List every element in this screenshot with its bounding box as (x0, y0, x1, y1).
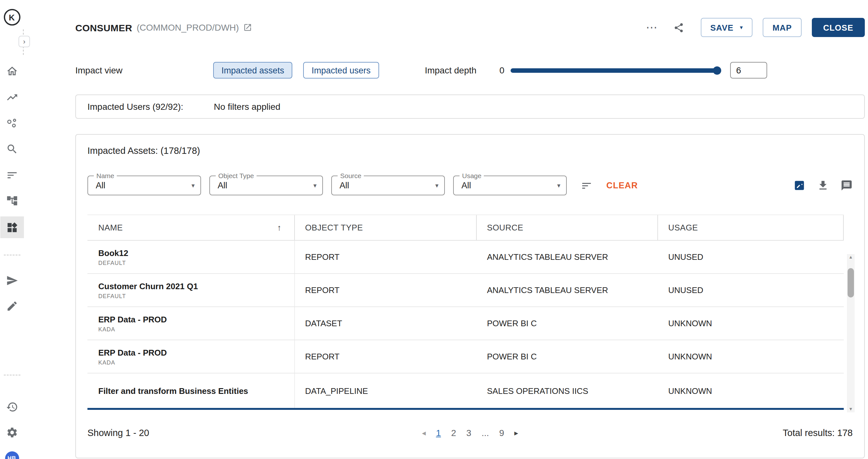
table-row[interactable]: Filter and transform Business Entities D… (87, 373, 844, 408)
table-row[interactable]: Customer Churn 2021 Q1 DEFAULT REPORT AN… (87, 274, 844, 307)
page-header: CONSUMER (COMMON_PROD/DWH) ⋯ SAVE ▾ MAP … (75, 18, 865, 37)
column-header-usage[interactable]: USAGE (658, 215, 844, 240)
share-button[interactable] (673, 22, 684, 33)
sidebar-item-widgets-active[interactable] (0, 216, 24, 238)
sidebar-item-trending[interactable] (0, 86, 24, 108)
account-tree-icon (6, 194, 18, 207)
feedback-button[interactable] (841, 179, 853, 191)
asset-name-cell[interactable]: ERP Data - PROD KADA (87, 307, 295, 340)
impacted-users-toggle[interactable]: Impacted users (304, 62, 379, 79)
pen-icon (6, 300, 18, 312)
asset-name-cell[interactable]: Customer Churn 2021 Q1 DEFAULT (87, 274, 295, 306)
chevron-down-icon: ▾ (740, 24, 743, 31)
sidebar-item-lineage[interactable] (0, 112, 24, 134)
edit-note-button[interactable] (793, 179, 805, 191)
column-header-object-type-label: OBJECT TYPE (305, 223, 363, 233)
page-button-2[interactable]: 2 (446, 428, 461, 438)
column-header-source[interactable]: SOURCE (477, 215, 658, 240)
impacted-assets-title: Impacted Assets: (178/178) (87, 146, 864, 156)
asset-usage: UNUSED (658, 252, 844, 262)
usage-filter-label: Usage (460, 172, 484, 180)
asset-name-cell[interactable]: ERP Data - PROD KADA (87, 340, 295, 373)
sidebar-item-search[interactable] (0, 138, 24, 160)
impacted-users-toggle-label: Impacted users (312, 65, 371, 75)
close-button[interactable]: CLOSE (811, 18, 865, 37)
name-filter-value: All (96, 181, 105, 190)
close-button-label: CLOSE (823, 23, 853, 32)
asset-usage: UNUSED (658, 285, 844, 295)
save-button[interactable]: SAVE ▾ (701, 18, 753, 37)
asset-source: POWER BI C (477, 352, 658, 361)
slider-thumb[interactable] (713, 66, 721, 74)
name-filter-select[interactable]: Name All ▾ (87, 176, 201, 195)
asset-subtitle: KADA (98, 359, 294, 365)
sidebar-item-send[interactable] (0, 269, 24, 291)
usage-filter-select[interactable]: Usage All ▾ (453, 176, 567, 195)
download-icon (817, 179, 829, 191)
source-filter-value: All (340, 181, 349, 190)
table-scrollbar[interactable]: ▲ ▼ (847, 254, 855, 412)
scroll-down-icon[interactable]: ▼ (848, 406, 853, 412)
impact-depth-slider[interactable] (511, 68, 720, 72)
app-logo[interactable]: K (3, 9, 20, 26)
impact-view-label: Impact view (75, 65, 213, 75)
sidebar-item-settings[interactable] (0, 421, 24, 443)
trending-up-icon (6, 91, 18, 103)
sidebar-item-home[interactable] (0, 60, 24, 82)
gear-icon (6, 426, 18, 438)
prev-page-button[interactable]: ◄ (417, 429, 431, 436)
impact-depth-input[interactable] (731, 62, 768, 79)
save-button-label: SAVE (710, 23, 734, 32)
asset-name: Customer Churn 2021 Q1 (98, 281, 294, 291)
impacted-assets-toggle[interactable]: Impacted assets (213, 62, 292, 79)
object-type-filter-select[interactable]: Object Type All ▾ (209, 176, 323, 195)
sidebar-divider (3, 375, 20, 375)
source-filter-select[interactable]: Source All ▾ (331, 176, 445, 195)
asset-object-type: DATASET (295, 318, 477, 328)
asset-usage: UNKNOWN (658, 352, 844, 361)
asset-source: POWER BI C (477, 318, 658, 328)
column-header-name[interactable]: NAME ↑ (87, 215, 295, 240)
table-row[interactable]: Book12 DEFAULT REPORT ANALYTICS TABLEAU … (87, 241, 844, 274)
page-button-3[interactable]: 3 (461, 428, 476, 438)
impacted-users-bar: Impacted Users (92/92): No filters appli… (75, 94, 865, 119)
sidebar-item-flow[interactable] (0, 190, 24, 211)
download-button[interactable] (817, 179, 829, 191)
sidebar-item-history[interactable] (0, 396, 24, 418)
clear-filters-button[interactable]: CLEAR (602, 180, 642, 191)
history-icon (6, 401, 18, 413)
sidebar-item-filter[interactable] (0, 164, 24, 186)
more-menu-button[interactable]: ⋯ (646, 21, 658, 34)
chevron-right-icon: ► (513, 429, 520, 436)
filter-list-icon (6, 169, 18, 181)
map-button[interactable]: MAP (763, 18, 802, 37)
sidebar-item-annotate[interactable] (0, 295, 24, 317)
map-button-label: MAP (773, 23, 792, 32)
asset-subtitle: DEFAULT (98, 293, 294, 299)
asset-object-type: DATA_PIPELINE (295, 386, 477, 396)
asset-name-cell[interactable]: Book12 DEFAULT (87, 241, 295, 273)
page-button-9[interactable]: 9 (494, 428, 509, 438)
name-filter-label: Name (94, 172, 117, 180)
column-header-name-label: NAME (98, 223, 123, 233)
widgets-icon (6, 221, 18, 233)
impacted-users-count: Impacted Users (92/92): (87, 101, 214, 112)
column-header-object-type[interactable]: OBJECT TYPE (295, 215, 477, 240)
asset-name-cell[interactable]: Filter and transform Business Entities (87, 373, 295, 408)
impact-controls: Impact view Impacted assets Impacted use… (75, 61, 865, 80)
table-row[interactable]: ERP Data - PROD KADA REPORT POWER BI C U… (87, 340, 844, 373)
sort-ascending-icon[interactable]: ↑ (277, 223, 281, 233)
table-actions (782, 179, 853, 191)
page-button-1[interactable]: 1 (431, 428, 446, 438)
open-external-link[interactable] (244, 23, 252, 32)
next-page-button[interactable]: ► (509, 429, 523, 436)
table-row[interactable]: ERP Data - PROD KADA DATASET POWER BI C … (87, 307, 844, 340)
scrollbar-thumb[interactable] (847, 268, 854, 298)
usage-filter-value: All (461, 181, 471, 190)
impacted-users-filters: No filters applied (214, 101, 280, 112)
advanced-filter-button[interactable] (581, 180, 592, 191)
drawer-expand-button[interactable]: › (19, 36, 30, 47)
chevron-down-icon: ▾ (435, 182, 438, 189)
scroll-up-icon[interactable]: ▲ (848, 254, 853, 261)
user-avatar[interactable]: HB (5, 451, 19, 459)
